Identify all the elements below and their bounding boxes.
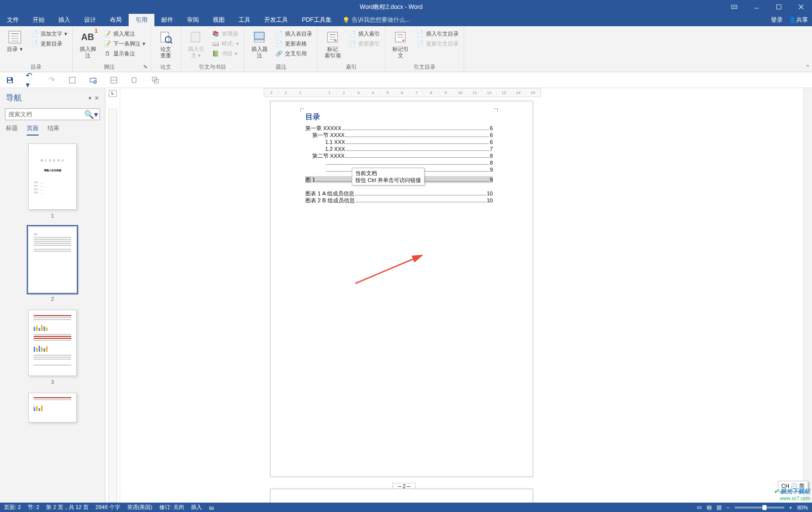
mark-index-label: 标记 索引项: [325, 46, 341, 59]
page-2[interactable]: 目录 第一章 XXXXX6第一节 XXXX61.1 XXX61.2 XXX7第二…: [270, 101, 533, 477]
update-authority-label: 更新引文目录: [426, 40, 459, 47]
insert-caption-button[interactable]: 插入题注: [247, 27, 271, 59]
watermark-l2: www.xz7.com: [774, 496, 810, 501]
zoom-slider[interactable]: [735, 507, 784, 509]
toc-line[interactable]: 1.2 XXX7: [305, 145, 493, 152]
toc-line[interactable]: 8: [305, 159, 493, 166]
insert-index-button[interactable]: 📄插入索引: [346, 29, 382, 38]
minimize-icon[interactable]: [745, 0, 767, 14]
tof-line[interactable]: 图表 2 B 组成员信息10: [305, 197, 493, 204]
next-footnote-button[interactable]: 📝下一条脚注 ▾: [101, 39, 147, 48]
thumb-page-1[interactable]: 课 士 学 位 论 文 请输入论文标题 作者：____年级：____专业：___…: [28, 143, 77, 210]
status-lang[interactable]: 英语(美国): [127, 504, 152, 511]
insert-endnote-button[interactable]: 📝插入尾注: [101, 29, 147, 38]
tab-pdf[interactable]: PDF工具集: [295, 14, 338, 26]
tab-insert[interactable]: 插入: [51, 14, 77, 26]
tab-references[interactable]: 引用: [129, 14, 154, 26]
view-read-icon[interactable]: ▭: [697, 504, 702, 511]
toc-line[interactable]: 第一节 XXXX6: [305, 132, 493, 139]
save-icon[interactable]: [5, 75, 15, 85]
vertical-scrollbar[interactable]: [803, 88, 812, 503]
maximize-icon[interactable]: [767, 0, 790, 14]
print-preview-icon[interactable]: [88, 75, 98, 85]
toc-button[interactable]: 目录 ▾: [3, 27, 27, 52]
tab-file[interactable]: 文件: [0, 14, 26, 26]
zoom-value[interactable]: 80%: [797, 505, 808, 511]
toc-line[interactable]: 第二节 XXXX8: [305, 152, 493, 159]
update-toc-button[interactable]: 📄更新目录: [29, 39, 69, 48]
nav-tab-headings[interactable]: 标题: [6, 124, 18, 136]
show-notes-button[interactable]: 🗒显示备注: [101, 49, 147, 58]
tab-selector[interactable]: L: [109, 90, 117, 97]
nav-dropdown-icon[interactable]: ▾: [89, 95, 92, 101]
undo-icon[interactable]: ↶ ▾: [26, 75, 36, 85]
toc-line[interactable]: 第一章 XXXXX6: [305, 125, 493, 132]
collapse-ribbon-icon[interactable]: ^: [807, 64, 809, 70]
nav-thumbnails[interactable]: 课 士 学 位 论 文 请输入论文标题 作者：____年级：____专业：___…: [0, 139, 105, 503]
ribbon: 目录 ▾ 📄添加文字 ▾ 📄更新目录 目录 AB1 插入脚注 📝插入尾注 📝下一…: [0, 26, 812, 72]
insert-citation-button[interactable]: 插入引文 ▾: [184, 27, 208, 59]
ribbon-options-icon[interactable]: [723, 0, 745, 14]
tab-dev[interactable]: 开发工具: [257, 14, 295, 26]
status-extra-icon[interactable]: 🖭: [209, 505, 214, 511]
login-button[interactable]: 登录: [771, 16, 783, 24]
style-button[interactable]: 📖样式: ▾: [210, 39, 241, 48]
mark-index-button[interactable]: + 标记 索引项: [321, 27, 344, 59]
qat-btn-7[interactable]: [130, 75, 140, 85]
nav-tab-pages[interactable]: 页面: [27, 124, 39, 136]
insert-authority-button[interactable]: 📄插入引文目录: [414, 29, 461, 38]
vertical-ruler[interactable]: [108, 109, 117, 503]
view-web-icon[interactable]: ▥: [716, 504, 721, 511]
zoom-in-icon[interactable]: +: [789, 505, 792, 511]
manage-sources-button[interactable]: 📚管理源: [210, 29, 241, 38]
update-index-button[interactable]: 📄更新索引: [346, 39, 382, 48]
nav-close-icon[interactable]: ✕: [95, 95, 99, 101]
update-index-icon: 📄: [348, 40, 356, 47]
thumb-page-4[interactable]: [28, 393, 77, 422]
tab-mail[interactable]: 邮件: [154, 14, 180, 26]
status-words[interactable]: 2848 个字: [96, 504, 120, 511]
tab-review[interactable]: 审阅: [180, 14, 206, 26]
horizontal-ruler[interactable]: 321123456789101112131415: [264, 88, 541, 97]
qat-btn-4[interactable]: [67, 75, 77, 85]
toc-dots: [342, 130, 489, 130]
close-icon[interactable]: [790, 0, 812, 14]
update-tof-button[interactable]: 📄更新表格: [273, 39, 314, 48]
qat-btn-8[interactable]: [150, 75, 160, 85]
page-3-top[interactable]: [270, 489, 533, 503]
toc-line[interactable]: 1.1 XXX6: [305, 139, 493, 145]
status-track[interactable]: 修订: 关闭: [159, 504, 184, 511]
share-button[interactable]: 👤共享: [789, 16, 808, 24]
cross-ref-button[interactable]: 🔗交叉引用: [273, 49, 314, 58]
insert-footnote-button[interactable]: AB1 插入脚注: [76, 27, 99, 59]
thumb-page-3[interactable]: [28, 310, 77, 376]
update-authority-button[interactable]: 📄更新引文目录: [414, 39, 461, 48]
search-icon[interactable]: 🔍▾: [84, 110, 98, 119]
status-section[interactable]: 节: 2: [28, 504, 39, 511]
tab-home[interactable]: 开始: [26, 14, 51, 26]
tab-design[interactable]: 设计: [77, 14, 103, 26]
add-text-button[interactable]: 📄添加文字 ▾: [29, 29, 69, 38]
thumb-page-2[interactable]: 目录: [28, 227, 77, 293]
bibliography-button[interactable]: 📗书目 ▾: [210, 49, 241, 58]
tell-me[interactable]: 💡 告诉我您想要做什么...: [342, 14, 410, 26]
tof-line[interactable]: 图表 1 A 组成员信息10: [305, 190, 493, 197]
qat-btn-6[interactable]: [109, 75, 119, 85]
redo-icon[interactable]: ↷: [47, 75, 56, 85]
status-page[interactable]: 页面: 2: [4, 504, 21, 511]
tab-view[interactable]: 视图: [206, 14, 232, 26]
tof-page: 10: [487, 190, 493, 197]
dialog-launcher-icon[interactable]: ⬊: [143, 63, 147, 70]
document-area[interactable]: 321123456789101112131415 目录 第一章 XXXXX6第一…: [120, 88, 803, 503]
zoom-out-icon[interactable]: −: [726, 505, 729, 511]
tab-tools[interactable]: 工具: [232, 14, 257, 26]
research-button[interactable]: 论文 查重: [154, 27, 178, 59]
mark-citation-button[interactable]: + 标记引文: [388, 27, 412, 59]
view-print-icon[interactable]: ▤: [707, 504, 712, 511]
tab-layout[interactable]: 布局: [103, 14, 129, 26]
status-page-of[interactable]: 第 2 页，共 12 页: [46, 504, 89, 511]
insert-tof-button[interactable]: 📄插入表目录: [273, 29, 314, 38]
nav-tab-results[interactable]: 结果: [48, 124, 59, 136]
status-insert[interactable]: 插入: [191, 504, 202, 511]
insert-citation-label: 插入引文: [188, 46, 204, 58]
